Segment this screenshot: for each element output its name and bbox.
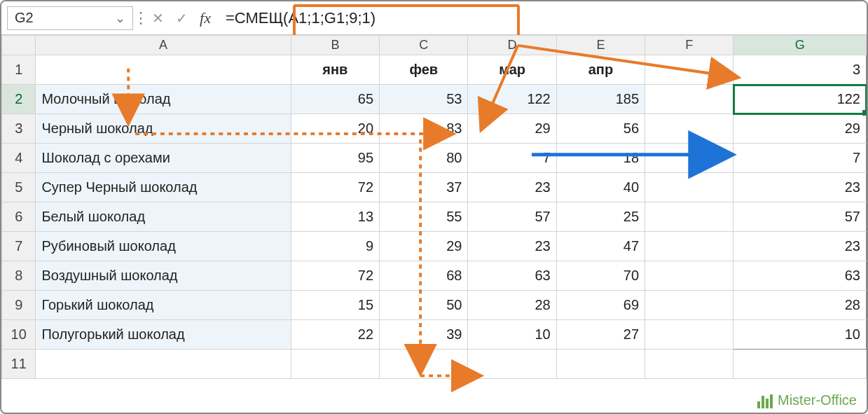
cell-G11[interactable] [733, 350, 867, 379]
cell-E2[interactable]: 185 [556, 85, 645, 114]
cell-A11[interactable] [36, 350, 291, 379]
cell-E3[interactable]: 56 [556, 114, 645, 144]
cell-E10[interactable]: 27 [556, 320, 645, 350]
select-all-corner[interactable] [2, 36, 36, 55]
chevron-down-icon[interactable]: ⌄ [115, 11, 125, 26]
row-header-2[interactable]: 2 [2, 85, 36, 114]
cell-B2[interactable]: 65 [291, 85, 379, 114]
spreadsheet-grid[interactable]: A B C D E F G 1 янв фев мар апр 3 2 Моло… [1, 35, 867, 413]
cell-B10[interactable]: 22 [291, 320, 379, 350]
cell-G4[interactable]: 7 [733, 144, 867, 173]
cell-F10[interactable] [645, 320, 733, 350]
col-header-D[interactable]: D [468, 36, 556, 55]
cell-D7[interactable]: 23 [468, 232, 556, 261]
cell-C5[interactable]: 37 [380, 173, 468, 202]
cell-E9[interactable]: 69 [556, 291, 645, 320]
cell-C8[interactable]: 68 [380, 261, 468, 291]
row-header-3[interactable]: 3 [2, 114, 36, 144]
cell-C10[interactable]: 39 [380, 320, 468, 350]
cell-A7[interactable]: Рубиновый шоколад [36, 232, 291, 261]
cell-C4[interactable]: 80 [380, 144, 468, 173]
cell-C2[interactable]: 53 [380, 85, 468, 114]
cell-G2[interactable]: 122 [733, 85, 867, 114]
cell-F6[interactable] [645, 202, 733, 232]
cell-G5[interactable]: 23 [733, 173, 867, 202]
cell-D2[interactable]: 122 [468, 85, 556, 114]
row-header-8[interactable]: 8 [2, 261, 36, 291]
cell-G3[interactable]: 29 [733, 114, 867, 144]
cell-A10[interactable]: Полугорький шоколад [36, 320, 291, 350]
cell-C7[interactable]: 29 [380, 232, 468, 261]
cell-B3[interactable]: 20 [291, 114, 379, 144]
row-header-4[interactable]: 4 [2, 144, 36, 173]
cell-A6[interactable]: Белый шоколад [36, 202, 291, 232]
cell-B5[interactable]: 72 [291, 173, 379, 202]
cell-E11[interactable] [556, 350, 645, 379]
cancel-icon[interactable]: ✕ [147, 8, 168, 29]
cell-C11[interactable] [380, 350, 468, 379]
cell-D9[interactable]: 28 [468, 291, 556, 320]
cell-D10[interactable]: 10 [468, 320, 556, 350]
cell-F4[interactable] [645, 144, 733, 173]
cell-F5[interactable] [645, 173, 733, 202]
cell-G1[interactable]: 3 [733, 55, 867, 85]
cell-E1[interactable]: апр [556, 55, 645, 85]
cell-F11[interactable] [645, 350, 733, 379]
cell-C9[interactable]: 50 [380, 291, 468, 320]
cell-C6[interactable]: 55 [380, 202, 468, 232]
cell-G6[interactable]: 57 [733, 202, 867, 232]
cell-D3[interactable]: 29 [468, 114, 556, 144]
cell-D1[interactable]: мар [468, 55, 556, 85]
cell-A4[interactable]: Шоколад с орехами [36, 144, 291, 173]
name-box[interactable]: G2 ⌄ [7, 6, 133, 30]
cell-B1[interactable]: янв [291, 55, 379, 85]
cell-D11[interactable] [468, 350, 556, 379]
col-header-F[interactable]: F [645, 36, 733, 55]
cell-A3[interactable]: Черный шоколад [36, 114, 291, 144]
row-header-9[interactable]: 9 [2, 291, 36, 320]
cell-A1[interactable] [36, 55, 291, 85]
cell-G10[interactable]: 10 [733, 320, 867, 350]
col-header-B[interactable]: B [291, 36, 379, 55]
cell-E5[interactable]: 40 [556, 173, 645, 202]
cell-E7[interactable]: 47 [556, 232, 645, 261]
enter-icon[interactable]: ✓ [171, 8, 192, 29]
row-header-6[interactable]: 6 [2, 202, 36, 232]
row-header-10[interactable]: 10 [2, 320, 36, 350]
col-header-A[interactable]: A [36, 36, 291, 55]
row-header-5[interactable]: 5 [2, 173, 36, 202]
cell-F3[interactable] [645, 114, 733, 144]
cell-F1[interactable] [645, 55, 733, 85]
cell-C1[interactable]: фев [380, 55, 468, 85]
cell-A8[interactable]: Воздушный шоколад [36, 261, 291, 291]
col-header-E[interactable]: E [556, 36, 645, 55]
col-header-C[interactable]: C [380, 36, 468, 55]
cell-B6[interactable]: 13 [291, 202, 379, 232]
cell-B7[interactable]: 9 [291, 232, 379, 261]
cell-B11[interactable] [291, 350, 379, 379]
row-header-7[interactable]: 7 [2, 232, 36, 261]
cell-C3[interactable]: 83 [380, 114, 468, 144]
cell-D8[interactable]: 63 [468, 261, 556, 291]
cell-A9[interactable]: Горький шоколад [36, 291, 291, 320]
cell-F8[interactable] [645, 261, 733, 291]
cell-A5[interactable]: Супер Черный шоколад [36, 173, 291, 202]
cell-A2[interactable]: Молочный шоколад [36, 85, 291, 114]
cell-F9[interactable] [645, 291, 733, 320]
cell-G8[interactable]: 63 [733, 261, 867, 291]
fx-icon[interactable]: fx [195, 8, 216, 29]
cell-D5[interactable]: 23 [468, 173, 556, 202]
cell-E6[interactable]: 25 [556, 202, 645, 232]
cell-D6[interactable]: 57 [468, 202, 556, 232]
row-header-1[interactable]: 1 [2, 55, 36, 85]
formula-input[interactable]: =СМЕЩ(A1;1;G1;9;1) [217, 6, 861, 30]
cell-G7[interactable]: 23 [733, 232, 867, 261]
cell-F2[interactable] [645, 85, 733, 114]
col-header-G[interactable]: G [733, 36, 867, 55]
cell-B8[interactable]: 72 [291, 261, 379, 291]
cell-E4[interactable]: 18 [556, 144, 645, 173]
cell-G9[interactable]: 28 [733, 291, 867, 320]
cell-D4[interactable]: 7 [468, 144, 556, 173]
cell-B9[interactable]: 15 [291, 291, 379, 320]
row-header-11[interactable]: 11 [2, 350, 36, 379]
